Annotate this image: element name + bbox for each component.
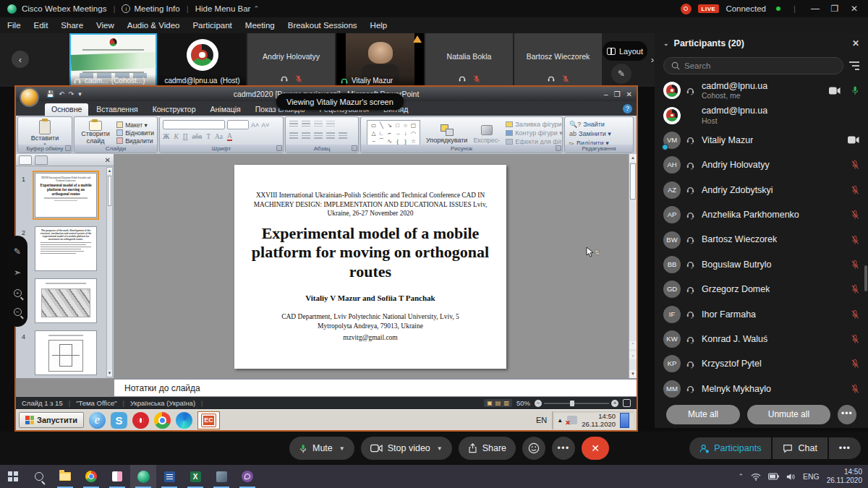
annotate-fab-button[interactable]: ✎ <box>611 64 631 84</box>
grow-font-icon[interactable]: A˄ <box>251 121 259 129</box>
notes-pane[interactable]: Нотатки до слайда <box>114 378 637 397</box>
zoom-in-icon[interactable]: + <box>14 289 22 297</box>
chevron-down-icon[interactable]: ▼ <box>437 445 443 452</box>
participant-row[interactable]: BB Boguslaw Butrylo <box>655 252 868 277</box>
participant-row[interactable]: AP Anzhelika Parkhomenko <box>655 202 868 227</box>
font-size-combo[interactable] <box>227 120 249 129</box>
mute-button[interactable]: Mute ▼ <box>289 437 354 460</box>
file-explorer-icon[interactable] <box>52 465 78 488</box>
zoom-slider[interactable]: − + <box>535 400 618 407</box>
collapse-panel-icon[interactable]: ⌄ <box>663 40 669 47</box>
wifi-icon[interactable] <box>751 473 761 481</box>
shared-start-button[interactable]: Запустити <box>19 412 84 428</box>
close-panel-icon[interactable]: ✕ <box>852 38 859 48</box>
shared-language-indicator[interactable]: EN <box>536 416 547 424</box>
shape-outline-button[interactable]: Контур фігури ▾ <box>506 129 563 137</box>
system-clock[interactable]: 14:50 26.11.2020 <box>827 468 862 486</box>
office-button[interactable] <box>20 87 39 107</box>
menu-edit[interactable]: Edit <box>34 21 48 30</box>
shape-fill-button[interactable]: Заливка фігури ▾ <box>506 121 563 128</box>
annotation-pen-icon[interactable]: ✎ <box>14 247 21 257</box>
chevron-down-icon[interactable]: ▼ <box>339 445 345 452</box>
menu-participant[interactable]: Participant <box>192 21 231 30</box>
search-input[interactable] <box>684 61 835 70</box>
new-slide-button[interactable]: Створити слайд <box>77 119 114 145</box>
pointer-icon[interactable]: ➣ <box>14 267 21 278</box>
sort-icon[interactable] <box>849 61 859 70</box>
ppt-help-icon[interactable]: ? <box>623 104 632 114</box>
language-status[interactable]: Українська (Україна) <box>130 399 195 407</box>
viber-taskbar-icon[interactable] <box>234 465 260 488</box>
video-tile-wieczorek[interactable]: Bartosz Wieczorek <box>514 33 602 87</box>
hide-menu-bar-button[interactable]: Hide Menu Bar <box>195 4 251 13</box>
paste-button[interactable]: Вставити ▾ <box>18 117 72 147</box>
sticky-notes-icon[interactable] <box>104 465 130 488</box>
fit-to-window-icon[interactable] <box>623 399 631 407</box>
show-desktop-edge[interactable] <box>620 413 629 428</box>
participants-scrollbar[interactable] <box>864 265 867 291</box>
slide-thumbnail-4[interactable] <box>35 330 97 375</box>
start-button[interactable] <box>0 465 26 488</box>
speaker-icon[interactable] <box>786 473 796 481</box>
mute-all-button[interactable]: Mute all <box>666 405 740 424</box>
list-buttons[interactable] <box>289 121 354 128</box>
slides-pane-scrollbar[interactable]: ▲ ▼ <box>106 167 113 377</box>
participant-search[interactable] <box>663 57 843 74</box>
excel-taskbar-icon[interactable]: X <box>182 465 208 488</box>
font-color-button[interactable]: А <box>227 132 232 141</box>
ppt-close-button[interactable]: ✕ <box>626 90 632 98</box>
find-button[interactable]: 🔍?Знайти <box>569 121 629 128</box>
minimize-button[interactable]: — <box>809 4 822 14</box>
close-button[interactable]: ✕ <box>848 4 861 14</box>
italic-button[interactable]: К <box>174 133 178 140</box>
tab-animation[interactable]: Анімація <box>204 103 247 116</box>
tab-design[interactable]: Конструктор <box>146 103 203 116</box>
close-pane-icon[interactable]: ✕ <box>105 156 111 164</box>
panel-more-button[interactable]: ••• <box>829 437 861 459</box>
view-buttons[interactable]: ▣▤▥ <box>484 399 512 407</box>
canvas-scrollbar[interactable]: ▲ ⌃ ⌄ ▼ <box>629 154 637 378</box>
menu-meeting[interactable]: Meeting <box>245 21 275 30</box>
participant-row[interactable]: AZ Andriy Zdobytskyi <box>655 178 868 202</box>
video-tile-holovatyy[interactable]: Andriy Holovatyy <box>247 33 335 87</box>
zoom-out-button[interactable]: − <box>535 400 542 407</box>
meeting-info-button[interactable]: Meeting Info <box>134 4 179 13</box>
shrink-font-icon[interactable]: A˅ <box>261 121 269 129</box>
stop-video-button[interactable]: Stop video ▼ <box>361 437 452 460</box>
maximize-button[interactable]: ❐ <box>828 4 841 14</box>
reactions-button[interactable] <box>522 437 545 460</box>
edge-icon[interactable] <box>176 412 192 429</box>
alignment-buttons[interactable] <box>289 132 354 140</box>
filmstrip-prev-button[interactable]: ‹ <box>12 51 29 68</box>
video-tile-bokla[interactable]: Natalia Bokla <box>425 33 513 87</box>
replace-button[interactable]: abЗамінити ▾ <box>569 130 629 137</box>
participant-row[interactable]: KP Krzysztof Pytel <box>655 351 868 376</box>
record-button[interactable] <box>681 4 692 14</box>
menu-audio-video[interactable]: Audio & Video <box>127 21 180 30</box>
slide-thumbnail-3[interactable] <box>35 278 97 323</box>
webex-taskbar-icon[interactable] <box>130 465 156 488</box>
internet-explorer-icon[interactable] <box>89 412 106 429</box>
tray-expand-icon[interactable]: ▲ <box>557 417 563 424</box>
participant-row[interactable]: GD Grzegorz Domek <box>655 277 868 301</box>
change-case-button[interactable]: Аа <box>215 133 223 140</box>
video-tile-cohost[interactable]: cadm... (Cohost...) <box>69 33 157 87</box>
ppt-restore-button[interactable]: ❐ <box>614 90 621 98</box>
menu-breakout-sessions[interactable]: Breakout Sessions <box>288 21 357 30</box>
outline-tab[interactable] <box>35 155 48 165</box>
participant-row[interactable]: cadmd@lpnu.ua Host <box>655 103 868 127</box>
tab-home[interactable]: Основне <box>45 103 88 116</box>
layout-menu-button[interactable]: Макет ▾ <box>116 121 154 129</box>
word-taskbar-icon[interactable] <box>156 465 182 488</box>
participant-row[interactable]: KW Konrad J. Waluś <box>655 327 868 351</box>
participant-row[interactable]: MM Melnyk Mykhaylo <box>655 377 868 401</box>
font-name-combo[interactable] <box>163 120 225 129</box>
tray-chevron-icon[interactable]: ⌃ <box>738 473 744 480</box>
battery-icon[interactable] <box>768 473 779 480</box>
menu-view[interactable]: View <box>96 21 114 30</box>
participant-row[interactable]: IF Ihor Farmaha <box>655 302 868 327</box>
slide-thumbnail-2[interactable]: The purposes of the work: Development of… <box>35 226 97 271</box>
participants-more-button[interactable]: ••• <box>838 405 856 424</box>
chrome-taskbar-icon[interactable] <box>78 465 104 488</box>
menu-help[interactable]: Help <box>370 21 388 30</box>
